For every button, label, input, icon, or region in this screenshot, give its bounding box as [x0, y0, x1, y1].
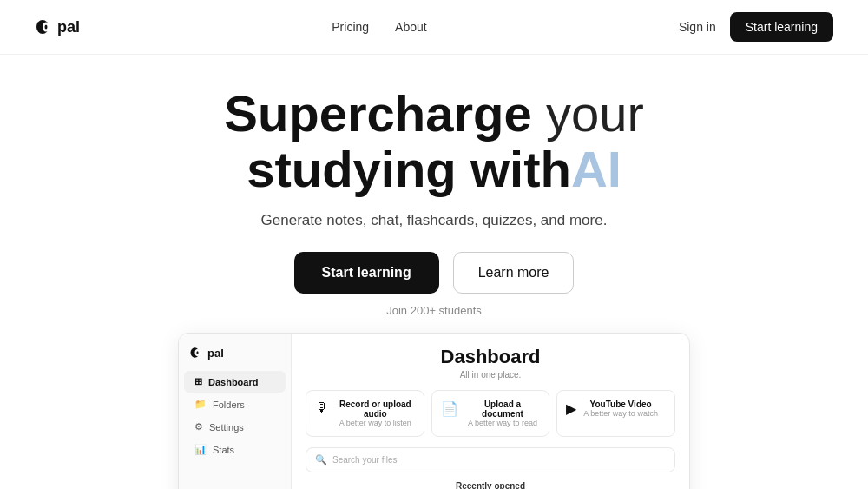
learn-more-button[interactable]: Learn more — [453, 252, 575, 294]
students-count: Join 200+ students — [17, 304, 851, 317]
folders-icon: 📁 — [194, 399, 207, 410]
dashboard-preview: pal ⊞ Dashboard 📁 Folders ⚙ Settings 📊 S… — [178, 333, 690, 489]
sign-in-button[interactable]: Sign in — [679, 20, 716, 34]
upload-card-video[interactable]: ▶ YouTube Video A better way to watch — [556, 390, 675, 437]
upload-card-audio[interactable]: 🎙 Record or upload audio A better way to… — [306, 390, 424, 437]
upload-cards: 🎙 Record or upload audio A better way to… — [306, 390, 675, 437]
hero-title-light: your — [532, 85, 644, 142]
hero-title-bold: Supercharge — [224, 85, 532, 142]
logo: pal — [35, 17, 80, 36]
nav-links: Pricing About — [332, 20, 426, 34]
logo-text: pal — [57, 18, 80, 36]
hero-title: Supercharge your studying withAI — [17, 86, 851, 197]
video-icon: ▶ — [566, 400, 576, 417]
sidebar-item-dashboard[interactable]: ⊞ Dashboard — [184, 371, 286, 393]
hero-title-line2: studying withAI — [247, 141, 621, 197]
sidebar-item-stats[interactable]: 📊 Stats — [184, 439, 286, 460]
video-card-text: YouTube Video A better way to watch — [583, 400, 658, 418]
upload-card-document[interactable]: 📄 Upload a document A better way to read — [431, 390, 550, 437]
audio-card-text: Record or upload audio A better way to l… — [336, 400, 415, 427]
sidebar-logo-text: pal — [207, 347, 224, 360]
sidebar: pal ⊞ Dashboard 📁 Folders ⚙ Settings 📊 S… — [179, 334, 292, 489]
main-content: Dashboard All in one place. 🎙 Record or … — [292, 334, 689, 489]
hero-section: Supercharge your studying withAI Generat… — [0, 55, 868, 489]
recently-opened-label: Recently opened — [306, 481, 675, 489]
nav-right: Sign in Start learning — [679, 12, 833, 42]
sidebar-settings-label: Settings — [209, 422, 244, 433]
nav-pricing[interactable]: Pricing — [332, 20, 369, 34]
video-card-sub: A better way to watch — [583, 409, 658, 418]
hero-subtitle: Generate notes, chat, flashcards, quizze… — [252, 209, 616, 232]
video-card-title: YouTube Video — [583, 400, 658, 409]
search-icon: 🔍 — [315, 454, 327, 466]
dashboard-icon: ⊞ — [194, 376, 202, 387]
stats-icon: 📊 — [194, 444, 207, 455]
audio-card-sub: A better way to listen — [336, 419, 415, 427]
start-learning-button[interactable]: Start learning — [294, 252, 439, 294]
sidebar-item-folders[interactable]: 📁 Folders — [184, 393, 286, 415]
audio-card-title: Record or upload audio — [336, 400, 415, 419]
document-card-sub: A better way to read — [465, 419, 541, 427]
document-card-title: Upload a document — [465, 400, 541, 419]
logo-icon — [35, 17, 54, 36]
settings-icon: ⚙ — [194, 421, 203, 433]
audio-icon: 🎙 — [315, 400, 329, 416]
search-bar[interactable]: 🔍 Search your files — [306, 447, 675, 472]
hero-ai: AI — [571, 141, 621, 197]
start-learning-nav-button[interactable]: Start learning — [730, 12, 833, 42]
dashboard-subtitle: All in one place. — [306, 370, 675, 380]
navbar: pal Pricing About Sign in Start learning — [0, 0, 868, 55]
hero-studying: studying with — [247, 141, 571, 197]
nav-about[interactable]: About — [395, 20, 427, 34]
sidebar-logo-icon — [189, 346, 203, 360]
search-placeholder: Search your files — [332, 455, 397, 465]
sidebar-stats-label: Stats — [213, 445, 234, 455]
sidebar-folders-label: Folders — [213, 400, 245, 410]
dashboard-title: Dashboard — [306, 346, 675, 368]
document-card-text: Upload a document A better way to read — [465, 400, 541, 427]
svg-point-5 — [196, 351, 198, 354]
hero-buttons: Start learning Learn more — [17, 252, 851, 294]
svg-point-2 — [45, 25, 48, 30]
sidebar-logo: pal — [179, 346, 291, 370]
document-icon: 📄 — [441, 400, 458, 417]
sidebar-item-settings[interactable]: ⚙ Settings — [184, 416, 286, 438]
sidebar-dashboard-label: Dashboard — [208, 377, 258, 387]
